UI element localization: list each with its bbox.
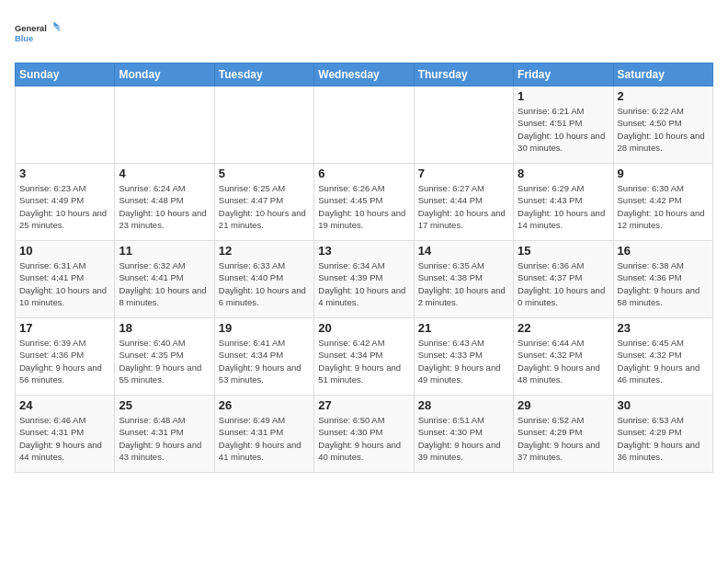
day-info: Sunrise: 6:34 AM Sunset: 4:39 PM Dayligh… bbox=[318, 259, 409, 308]
weekday-header: Saturday bbox=[613, 63, 712, 86]
day-number: 18 bbox=[119, 321, 210, 335]
day-number: 11 bbox=[119, 244, 210, 258]
day-number: 20 bbox=[318, 321, 409, 335]
day-info: Sunrise: 6:51 AM Sunset: 4:30 PM Dayligh… bbox=[418, 414, 509, 463]
day-info: Sunrise: 6:46 AM Sunset: 4:31 PM Dayligh… bbox=[19, 414, 110, 463]
calendar-cell: 17Sunrise: 6:39 AM Sunset: 4:36 PM Dayli… bbox=[16, 318, 115, 396]
day-info: Sunrise: 6:44 AM Sunset: 4:32 PM Dayligh… bbox=[518, 337, 609, 385]
calendar-week-row: 3Sunrise: 6:23 AM Sunset: 4:49 PM Daylig… bbox=[16, 164, 713, 241]
day-number: 1 bbox=[518, 89, 609, 103]
calendar-week-row: 1Sunrise: 6:21 AM Sunset: 4:51 PM Daylig… bbox=[16, 86, 713, 164]
day-info: Sunrise: 6:50 AM Sunset: 4:30 PM Dayligh… bbox=[318, 414, 409, 463]
calendar-cell: 4Sunrise: 6:24 AM Sunset: 4:48 PM Daylig… bbox=[115, 164, 214, 241]
calendar-cell bbox=[16, 86, 115, 164]
calendar-cell: 15Sunrise: 6:36 AM Sunset: 4:37 PM Dayli… bbox=[514, 241, 613, 318]
day-number: 27 bbox=[318, 398, 409, 412]
calendar-cell: 5Sunrise: 6:25 AM Sunset: 4:47 PM Daylig… bbox=[214, 164, 313, 241]
calendar-cell: 19Sunrise: 6:41 AM Sunset: 4:34 PM Dayli… bbox=[214, 318, 313, 396]
day-info: Sunrise: 6:42 AM Sunset: 4:34 PM Dayligh… bbox=[318, 337, 409, 385]
calendar-cell: 12Sunrise: 6:33 AM Sunset: 4:40 PM Dayli… bbox=[214, 241, 313, 318]
day-number: 21 bbox=[418, 321, 509, 335]
day-info: Sunrise: 6:43 AM Sunset: 4:33 PM Dayligh… bbox=[418, 337, 509, 385]
calendar-cell: 30Sunrise: 6:53 AM Sunset: 4:29 PM Dayli… bbox=[613, 396, 712, 473]
day-number: 19 bbox=[219, 321, 310, 335]
weekday-header: Sunday bbox=[16, 63, 115, 86]
day-number: 17 bbox=[19, 321, 110, 335]
calendar-week-row: 24Sunrise: 6:46 AM Sunset: 4:31 PM Dayli… bbox=[16, 396, 713, 473]
weekday-header: Tuesday bbox=[214, 63, 313, 86]
weekday-header: Thursday bbox=[414, 63, 513, 86]
day-info: Sunrise: 6:40 AM Sunset: 4:35 PM Dayligh… bbox=[119, 337, 210, 385]
day-info: Sunrise: 6:41 AM Sunset: 4:34 PM Dayligh… bbox=[219, 337, 310, 385]
calendar-cell: 13Sunrise: 6:34 AM Sunset: 4:39 PM Dayli… bbox=[314, 241, 414, 318]
calendar-cell: 29Sunrise: 6:52 AM Sunset: 4:29 PM Dayli… bbox=[514, 396, 613, 473]
day-info: Sunrise: 6:30 AM Sunset: 4:42 PM Dayligh… bbox=[618, 182, 709, 231]
svg-marker-2 bbox=[54, 22, 60, 27]
day-info: Sunrise: 6:48 AM Sunset: 4:31 PM Dayligh… bbox=[119, 414, 210, 463]
calendar-cell: 25Sunrise: 6:48 AM Sunset: 4:31 PM Dayli… bbox=[115, 396, 214, 473]
day-info: Sunrise: 6:52 AM Sunset: 4:29 PM Dayligh… bbox=[518, 414, 609, 463]
day-info: Sunrise: 6:38 AM Sunset: 4:36 PM Dayligh… bbox=[618, 259, 709, 308]
calendar-cell: 6Sunrise: 6:26 AM Sunset: 4:45 PM Daylig… bbox=[314, 164, 414, 241]
svg-marker-3 bbox=[54, 27, 60, 32]
day-info: Sunrise: 6:35 AM Sunset: 4:38 PM Dayligh… bbox=[418, 259, 509, 308]
day-number: 14 bbox=[418, 244, 509, 258]
day-number: 8 bbox=[518, 167, 609, 180]
calendar-cell bbox=[115, 86, 214, 164]
calendar-cell bbox=[314, 86, 414, 164]
day-number: 7 bbox=[418, 167, 509, 180]
day-number: 16 bbox=[618, 244, 709, 258]
calendar-cell: 3Sunrise: 6:23 AM Sunset: 4:49 PM Daylig… bbox=[16, 164, 115, 241]
day-info: Sunrise: 6:31 AM Sunset: 4:41 PM Dayligh… bbox=[19, 259, 110, 308]
weekday-header: Monday bbox=[115, 63, 214, 86]
logo-svg: General Blue bbox=[15, 15, 61, 52]
day-number: 25 bbox=[119, 398, 210, 412]
day-number: 26 bbox=[219, 398, 310, 412]
logo: General Blue bbox=[15, 15, 61, 52]
calendar-cell: 9Sunrise: 6:30 AM Sunset: 4:42 PM Daylig… bbox=[613, 164, 712, 241]
day-info: Sunrise: 6:32 AM Sunset: 4:41 PM Dayligh… bbox=[119, 259, 210, 308]
calendar-cell: 18Sunrise: 6:40 AM Sunset: 4:35 PM Dayli… bbox=[115, 318, 214, 396]
day-number: 5 bbox=[219, 167, 310, 180]
day-info: Sunrise: 6:21 AM Sunset: 4:51 PM Dayligh… bbox=[518, 105, 609, 154]
calendar-cell: 23Sunrise: 6:45 AM Sunset: 4:32 PM Dayli… bbox=[613, 318, 712, 396]
svg-text:Blue: Blue bbox=[15, 34, 33, 43]
calendar-cell: 24Sunrise: 6:46 AM Sunset: 4:31 PM Dayli… bbox=[16, 396, 115, 473]
weekday-header: Friday bbox=[514, 63, 613, 86]
weekday-header-row: SundayMondayTuesdayWednesdayThursdayFrid… bbox=[16, 63, 713, 86]
calendar-cell: 22Sunrise: 6:44 AM Sunset: 4:32 PM Dayli… bbox=[514, 318, 613, 396]
day-info: Sunrise: 6:45 AM Sunset: 4:32 PM Dayligh… bbox=[618, 337, 709, 385]
day-info: Sunrise: 6:39 AM Sunset: 4:36 PM Dayligh… bbox=[19, 337, 110, 385]
day-info: Sunrise: 6:26 AM Sunset: 4:45 PM Dayligh… bbox=[318, 182, 409, 231]
calendar-cell: 1Sunrise: 6:21 AM Sunset: 4:51 PM Daylig… bbox=[514, 86, 613, 164]
svg-text:General: General bbox=[15, 24, 47, 33]
calendar-cell: 21Sunrise: 6:43 AM Sunset: 4:33 PM Dayli… bbox=[414, 318, 513, 396]
day-info: Sunrise: 6:33 AM Sunset: 4:40 PM Dayligh… bbox=[219, 259, 310, 308]
day-number: 23 bbox=[618, 321, 709, 335]
day-number: 24 bbox=[19, 398, 110, 412]
day-number: 22 bbox=[518, 321, 609, 335]
calendar-cell: 20Sunrise: 6:42 AM Sunset: 4:34 PM Dayli… bbox=[314, 318, 414, 396]
calendar-cell: 27Sunrise: 6:50 AM Sunset: 4:30 PM Dayli… bbox=[314, 396, 414, 473]
page-header: General Blue bbox=[15, 15, 713, 52]
calendar-cell bbox=[214, 86, 313, 164]
day-number: 29 bbox=[518, 398, 609, 412]
day-info: Sunrise: 6:22 AM Sunset: 4:50 PM Dayligh… bbox=[618, 105, 709, 154]
calendar-cell bbox=[414, 86, 513, 164]
calendar-cell: 7Sunrise: 6:27 AM Sunset: 4:44 PM Daylig… bbox=[414, 164, 513, 241]
day-number: 30 bbox=[618, 398, 709, 412]
day-info: Sunrise: 6:23 AM Sunset: 4:49 PM Dayligh… bbox=[19, 182, 110, 231]
day-number: 4 bbox=[119, 167, 210, 180]
day-info: Sunrise: 6:24 AM Sunset: 4:48 PM Dayligh… bbox=[119, 182, 210, 231]
calendar-cell: 8Sunrise: 6:29 AM Sunset: 4:43 PM Daylig… bbox=[514, 164, 613, 241]
calendar-cell: 28Sunrise: 6:51 AM Sunset: 4:30 PM Dayli… bbox=[414, 396, 513, 473]
day-info: Sunrise: 6:25 AM Sunset: 4:47 PM Dayligh… bbox=[219, 182, 310, 231]
day-number: 3 bbox=[19, 167, 110, 180]
day-info: Sunrise: 6:49 AM Sunset: 4:31 PM Dayligh… bbox=[219, 414, 310, 463]
day-number: 9 bbox=[618, 167, 709, 180]
day-number: 28 bbox=[418, 398, 509, 412]
calendar-cell: 10Sunrise: 6:31 AM Sunset: 4:41 PM Dayli… bbox=[16, 241, 115, 318]
calendar-week-row: 17Sunrise: 6:39 AM Sunset: 4:36 PM Dayli… bbox=[16, 318, 713, 396]
day-info: Sunrise: 6:27 AM Sunset: 4:44 PM Dayligh… bbox=[418, 182, 509, 231]
weekday-header: Wednesday bbox=[314, 63, 414, 86]
